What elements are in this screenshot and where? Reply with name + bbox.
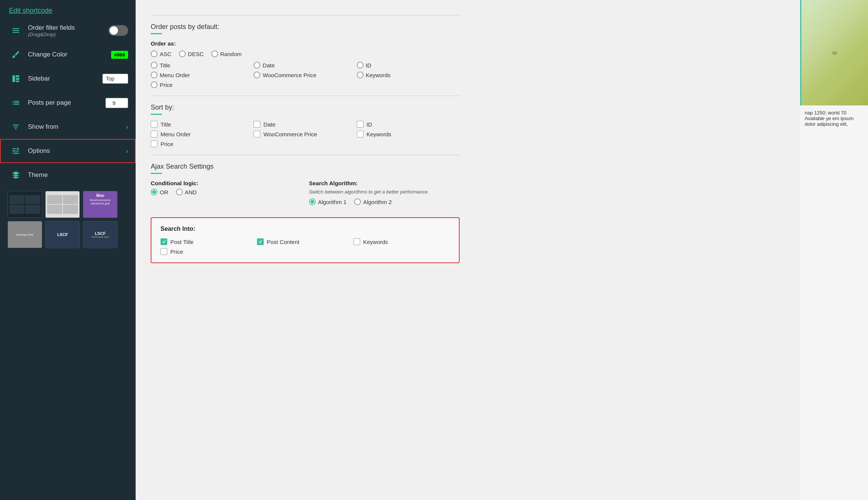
search-into-title: Search Into: [160,226,450,232]
radio-woo-price-btn[interactable] [254,72,260,78]
order-filter-toggle[interactable] [108,25,128,36]
radio-or-btn[interactable] [151,189,157,195]
search-into-grid: Post Title Post Content Keywords Price [160,238,450,255]
radio-algo1[interactable]: Algorithm 1 [309,198,347,205]
ajax-search-section: Ajax Search Settings Conditional logic: … [151,163,460,263]
radio-menu-order[interactable]: Menu Order [151,72,254,78]
content-panel: Order posts by default: Order as: ASC DE… [136,0,475,280]
sort-date-check[interactable]: Date [254,121,356,128]
top-divider [151,15,460,15]
radio-algo2[interactable]: Algorithm 2 [354,198,392,205]
sort-title-checkbox[interactable] [151,121,157,128]
sort-woo-price-checkbox[interactable] [254,131,260,137]
radio-algo2-btn[interactable] [354,198,361,205]
posts-per-page-input[interactable] [105,98,128,108]
algorithm-radios: Algorithm 1 Algorithm 2 [309,198,460,205]
ajax-search-title: Ajax Search Settings [151,163,460,171]
show-from-label: Show from [28,123,126,131]
sidebar-item-show-from[interactable]: Show from › [0,115,136,139]
sort-price-check[interactable]: Price [151,140,254,147]
post-title-checkbox[interactable] [160,238,167,245]
sort-date-checkbox[interactable] [254,121,260,128]
edit-shortcode-link[interactable]: Edit shortcode [0,0,136,18]
radio-random[interactable]: Random [211,50,242,57]
sort-by-title: Sort by: [151,104,460,111]
order-posts-title: Order posts by default: [151,23,460,31]
theme-thumb-dark-grid[interactable] [8,191,42,218]
radio-asc[interactable]: ASC [151,50,171,57]
radio-random-btn[interactable] [211,50,218,57]
posts-per-page-label: Posts per page [28,99,105,107]
sort-keywords-checkbox[interactable] [357,131,364,137]
keywords-checkbox[interactable] [353,238,360,245]
radio-or[interactable]: OR [151,189,168,195]
radio-price-btn[interactable] [151,81,157,88]
main-content: Order posts by default: Order as: ASC DE… [136,0,800,500]
conditional-logic-group: Conditional logic: OR AND [151,180,301,210]
radio-keywords-btn[interactable] [357,72,364,78]
radio-menu-order-btn[interactable] [151,72,157,78]
radio-date-btn[interactable] [254,62,260,69]
price-checkbox[interactable] [160,248,167,255]
drag-drop-icon [9,26,23,35]
radio-title[interactable]: Title [151,62,254,69]
radio-id-btn[interactable] [357,62,364,69]
radio-price[interactable]: Price [151,81,254,88]
radio-title-btn[interactable] [151,62,157,69]
radio-keywords[interactable]: Keywords [357,72,460,78]
search-into-post-content[interactable]: Post Content [257,238,353,245]
list-icon [9,98,23,107]
sort-title-check[interactable]: Title [151,121,254,128]
sort-by-section: Sort by: Title Date ID Menu Order [151,104,460,147]
options-icon [9,146,23,155]
sort-id-checkbox[interactable] [357,121,364,128]
sort-id-check[interactable]: ID [357,121,460,128]
sort-menu-order-check[interactable]: Menu Order [151,131,254,137]
search-algorithm-label: Search Algorithm: [309,180,460,186]
color-badge[interactable]: #069 [111,51,128,59]
theme-thumb-lscf-minimalist[interactable]: LSCF Minimalist Grid [83,221,118,248]
order-posts-underline [151,33,162,34]
cube-icon [9,171,23,180]
sort-price-checkbox[interactable] [151,140,157,147]
radio-id[interactable]: ID [357,62,460,69]
radio-and[interactable]: AND [176,189,197,195]
svg-rect-0 [12,75,15,82]
sidebar-item-theme[interactable]: Theme [0,163,136,187]
theme-thumb-light-grid[interactable] [45,191,80,218]
theme-thumb-woo[interactable]: Woo WooCommerce advanced grid [83,191,118,218]
order-posts-section: Order posts by default: Order as: ASC DE… [151,23,460,88]
conditional-logic-radios: OR AND [151,189,301,195]
sidebar-label: Sidebar [28,75,102,82]
sidebar-dropdown[interactable]: Top Left Right None [102,74,128,84]
search-into-post-title[interactable]: Post Title [160,238,257,245]
sidebar-item-posts-per-page[interactable]: Posts per page [0,91,136,115]
sidebar-item-order-filter[interactable]: Order filter fields (Drag&Drop) [0,18,136,43]
sidebar-item-options[interactable]: Options › [0,139,136,163]
options-chevron: › [126,147,128,155]
sort-keywords-check[interactable]: Keywords [357,131,460,137]
theme-thumb-lscf-1[interactable]: LSCF [45,221,80,248]
search-into-price[interactable]: Price [160,248,257,255]
paint-brush-icon [9,50,23,59]
sidebar: Edit shortcode Order filter fields (Drag… [0,0,136,500]
show-from-chevron: › [126,123,128,131]
theme-thumb-overlay-grid[interactable]: Overlay Grid [8,221,42,248]
radio-algo1-btn[interactable] [309,198,316,205]
theme-thumbnails: Woo WooCommerce advanced grid Overlay Gr… [0,187,136,252]
sort-by-grid: Title Date ID Menu Order WooCommerce Pri… [151,121,460,147]
sort-woo-price-check[interactable]: WooCommerce Price [254,131,356,137]
sidebar-item-sidebar[interactable]: Sidebar Top Left Right None [0,67,136,91]
radio-asc-btn[interactable] [151,50,157,57]
sort-menu-order-checkbox[interactable] [151,131,157,137]
radio-and-btn[interactable] [176,189,183,195]
radio-desc[interactable]: DESC [179,50,204,57]
svg-rect-1 [16,75,19,77]
radio-date[interactable]: Date [254,62,356,69]
sidebar-item-change-color[interactable]: Change Color #069 [0,43,136,67]
radio-woo-price[interactable]: WooCommerce Price [254,72,356,78]
search-into-keywords[interactable]: Keywords [353,238,450,245]
post-content-checkbox[interactable] [257,238,264,245]
sidebar-dropdown-wrapper[interactable]: Top Left Right None [102,74,128,84]
radio-desc-btn[interactable] [179,50,186,57]
